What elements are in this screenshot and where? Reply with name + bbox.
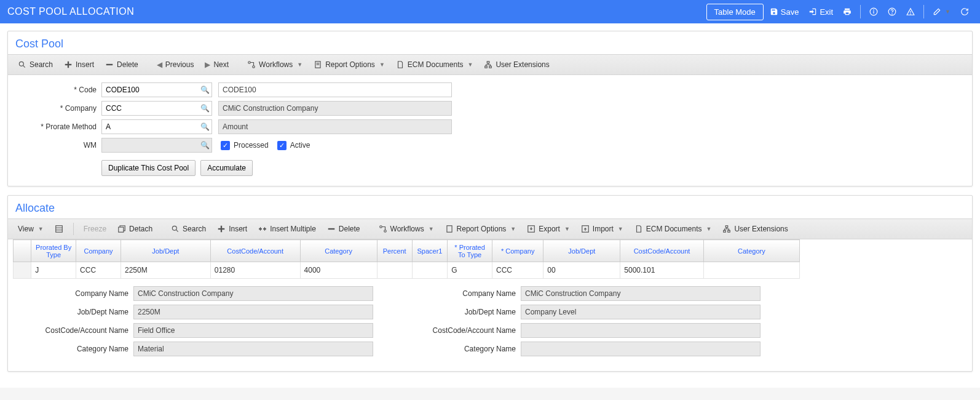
left-costcode-name-label: CostCode/Account Name xyxy=(23,326,133,335)
cell-job-dept[interactable]: 2250M xyxy=(121,262,210,279)
next-button[interactable]: ▶Next xyxy=(200,57,234,72)
cell-percent[interactable] xyxy=(377,262,412,279)
alloc-user-ext-button[interactable]: User Extensions xyxy=(717,222,792,236)
insert-icon xyxy=(217,225,226,233)
col-costcode2[interactable]: CostCode/Account xyxy=(620,240,703,262)
col-costcode[interactable]: CostCode/Account xyxy=(210,240,300,262)
company-lov[interactable]: 🔍 xyxy=(101,101,212,116)
left-category-name xyxy=(133,342,373,356)
edit-grid-button[interactable] xyxy=(50,222,68,236)
ecm-documents-button[interactable]: ECM Documents▼ xyxy=(391,57,478,72)
insert-multiple-icon xyxy=(258,225,267,233)
save-button[interactable]: Save xyxy=(766,5,803,19)
delete-icon xyxy=(327,225,336,233)
insert-multiple-button[interactable]: Insert Multiple xyxy=(253,222,321,236)
duplicate-button[interactable]: Duplicate This Cost Pool xyxy=(101,160,196,176)
notes-button[interactable]: ▼ xyxy=(929,5,954,18)
prorate-lov[interactable]: 🔍 xyxy=(101,119,212,134)
alloc-report-button[interactable]: Report Options▼ xyxy=(440,222,521,236)
alert-button[interactable] xyxy=(903,5,919,18)
col-prorated-by-type[interactable]: Prorated By Type xyxy=(31,240,76,262)
detach-icon xyxy=(117,225,126,233)
cell-costcode[interactable]: 01280 xyxy=(210,262,300,279)
lov-search-icon[interactable]: 🔍 xyxy=(200,86,210,94)
prorate-input[interactable] xyxy=(101,119,212,134)
wm-label: WM xyxy=(15,141,101,150)
code-lov[interactable]: 🔍 xyxy=(101,82,212,97)
print-button[interactable] xyxy=(839,5,855,18)
alert-icon xyxy=(906,7,915,16)
svg-point-2 xyxy=(874,10,874,10)
col-prorated-to-type[interactable]: Prorated To Type xyxy=(448,240,492,262)
search-button[interactable]: Search xyxy=(13,57,58,72)
col-job-dept[interactable]: Job/Dept xyxy=(121,240,210,262)
save-icon xyxy=(770,7,778,16)
row-selector[interactable] xyxy=(14,262,31,279)
info-button[interactable] xyxy=(866,5,882,18)
lov-search-icon[interactable]: 🔍 xyxy=(200,104,210,113)
table-row[interactable]: J CCC 2250M 01280 4000 G CCC 00 5000.101 xyxy=(14,262,800,279)
left-costcode-name xyxy=(133,323,373,338)
table-mode-button[interactable]: Table Mode xyxy=(706,4,764,20)
svg-rect-33 xyxy=(447,226,452,233)
chevron-down-icon: ▼ xyxy=(618,226,623,232)
view-button[interactable]: View▼ xyxy=(13,222,49,236)
cost-pool-toolbar: Search Insert Delete ◀Previous ▶Next Wor… xyxy=(8,54,972,75)
cell-job-dept2[interactable]: 00 xyxy=(543,262,620,279)
lov-search-icon[interactable]: 🔍 xyxy=(200,141,210,150)
cell-category[interactable]: 4000 xyxy=(300,262,377,279)
col-category2[interactable]: Category xyxy=(703,240,799,262)
help-button[interactable] xyxy=(884,5,900,18)
left-company-name xyxy=(133,286,373,301)
wm-input[interactable] xyxy=(101,138,212,153)
cell-spacer1[interactable] xyxy=(412,262,447,279)
col-job-dept2[interactable]: Job/Dept xyxy=(543,240,620,262)
chevron-down-icon: ▼ xyxy=(706,226,711,232)
accumulate-button[interactable]: Accumulate xyxy=(200,160,253,176)
alloc-ecm-button[interactable]: ECM Documents▼ xyxy=(630,222,717,236)
insert-button[interactable]: Insert xyxy=(59,57,99,72)
active-checkbox[interactable]: ✓ Active xyxy=(277,141,310,150)
svg-rect-21 xyxy=(119,227,124,232)
alloc-insert-button[interactable]: Insert xyxy=(212,222,252,236)
lov-search-icon[interactable]: 🔍 xyxy=(200,122,210,131)
wm-lov[interactable]: 🔍 xyxy=(101,138,212,153)
right-company-name-label: Company Name xyxy=(410,289,521,298)
col-company2[interactable]: Company xyxy=(492,240,543,262)
company-input[interactable] xyxy=(101,101,212,116)
cell-costcode2[interactable]: 5000.101 xyxy=(620,262,703,279)
svg-rect-20 xyxy=(55,226,62,233)
workflows-button[interactable]: Workflows▼ xyxy=(242,57,307,72)
previous-button[interactable]: ◀Previous xyxy=(152,57,199,72)
cell-company2[interactable]: CCC xyxy=(492,262,543,279)
allocate-toolbar: View▼ Freeze Detach Search Insert Insert… xyxy=(8,218,972,239)
svg-rect-19 xyxy=(489,66,492,68)
cell-category2[interactable] xyxy=(703,262,799,279)
freeze-button[interactable]: Freeze xyxy=(79,222,111,236)
arrow-right-icon: ▶ xyxy=(205,60,210,69)
col-percent[interactable]: Percent xyxy=(377,240,412,262)
col-category[interactable]: Category xyxy=(300,240,377,262)
cell-prorated-by-type[interactable]: J xyxy=(31,262,76,279)
alloc-search-button[interactable]: Search xyxy=(166,222,211,236)
export-button[interactable]: Export▼ xyxy=(522,222,575,236)
cell-prorated-to-type[interactable]: G xyxy=(448,262,492,279)
alloc-workflows-button[interactable]: Workflows▼ xyxy=(374,222,439,236)
cell-company[interactable]: CCC xyxy=(76,262,121,279)
processed-checkbox[interactable]: ✓ Processed xyxy=(221,141,269,150)
svg-point-32 xyxy=(384,230,386,233)
checkbox-checked-icon: ✓ xyxy=(221,141,230,150)
svg-rect-27 xyxy=(260,227,261,231)
report-options-button[interactable]: Report Options▼ xyxy=(309,57,390,72)
detach-button[interactable]: Detach xyxy=(113,222,157,236)
col-spacer1[interactable]: Spacer1 xyxy=(412,240,447,262)
exit-button[interactable]: Exit xyxy=(805,5,837,19)
import-button[interactable]: Import▼ xyxy=(576,222,628,236)
chevron-down-icon: ▼ xyxy=(945,9,950,15)
user-extensions-button[interactable]: User Extensions xyxy=(479,57,554,72)
code-input[interactable] xyxy=(101,82,212,97)
refresh-button[interactable] xyxy=(957,5,973,18)
delete-button[interactable]: Delete xyxy=(100,57,143,72)
col-company[interactable]: Company xyxy=(76,240,121,262)
alloc-delete-button[interactable]: Delete xyxy=(322,222,365,236)
